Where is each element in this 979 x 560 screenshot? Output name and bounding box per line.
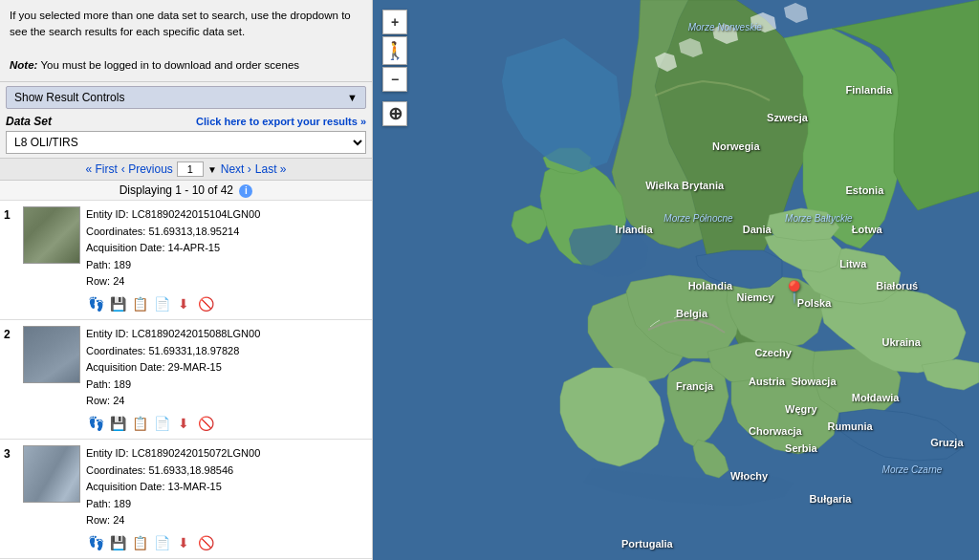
show-result-controls-label: Show Result Controls [14,91,124,104]
result-thumbnail-1[interactable] [23,206,80,264]
left-panel: If you selected more than one data set t… [0,0,373,560]
result-info-1: Entity ID: LC81890242015104LGN00 Coordin… [86,206,368,313]
footprint-btn-1[interactable]: 👣 [86,294,105,313]
prev-page-link[interactable]: ‹ Previous [121,162,173,176]
save-btn-2[interactable]: 💾 [108,414,127,433]
map-svg [373,0,979,560]
coordinates-1: Coordinates: 51.69313,18.95214 [86,224,368,241]
show-result-controls-bar[interactable]: Show Result Controls ▼ [6,86,366,109]
entity-id-1: Entity ID: LC81890242015104LGN00 [86,206,368,224]
result-info-3: Entity ID: LC81890242015072LGN00 Coordin… [86,445,368,552]
exclude-btn-2[interactable]: 🚫 [196,414,215,433]
info-description: If you selected more than one data set t… [10,10,351,37]
coordinates-2: Coordinates: 51.69331,18.97828 [86,343,368,360]
results-list: 1 Entity ID: LC81890242015104LGN00 Coord… [0,201,372,560]
row-2: Row: 24 [86,393,368,410]
result-number-2: 2 [4,326,17,341]
dataset-label-row: Data Set Click here to export your resul… [0,113,372,128]
metadata-btn-3[interactable]: 📄 [152,533,171,552]
exclude-btn-1[interactable]: 🚫 [196,294,215,313]
page-input[interactable] [177,162,204,177]
next-page-link[interactable]: Next › [221,162,251,176]
action-icons-2: 👣 💾 📋 📄 ⬇ 🚫 [86,414,368,433]
row-1: Row: 24 [86,273,368,291]
result-number-1: 1 [4,206,17,222]
result-number-3: 3 [4,445,17,461]
display-count-text: Displaying 1 - 10 of 42 [120,183,233,197]
navigate-button[interactable]: ⊕ [382,101,407,126]
table-row: 1 Entity ID: LC81890242015104LGN00 Coord… [0,201,372,320]
zoom-out-button[interactable]: − [382,67,407,92]
download-btn-3[interactable]: ⬇ [174,533,193,552]
metadata-btn-1[interactable]: 📄 [152,294,171,313]
exclude-btn-3[interactable]: 🚫 [196,533,215,552]
note-text: You must be logged in to download and or… [40,59,299,71]
path-2: Path: 189 [86,377,368,394]
metadata-btn-2[interactable]: 📄 [152,414,171,433]
zoom-in-button[interactable]: + [382,10,407,34]
bulk-btn-3[interactable]: 📋 [130,533,149,552]
save-btn-1[interactable]: 💾 [108,294,127,313]
entity-id-2: Entity ID: LC81890242015088LGN00 [86,326,368,343]
download-btn-1[interactable]: ⬇ [174,294,193,313]
footprint-btn-3[interactable]: 👣 [86,533,105,552]
row-3: Row: 24 [86,512,368,529]
first-page-link[interactable]: « First [86,162,118,176]
table-row: 2 Entity ID: LC81890242015088LGN00 Coord… [0,320,372,440]
path-1: Path: 189 [86,257,368,274]
bulk-btn-2[interactable]: 📋 [130,414,149,433]
save-btn-3[interactable]: 💾 [108,533,127,552]
dataset-select-wrap: L8 OLI/TIRS [6,131,366,154]
pegman-button[interactable]: 🚶 [382,36,407,65]
display-count: Displaying 1 - 10 of 42 i [0,181,372,201]
acq-date-2: Acquisition Date: 29-MAR-15 [86,359,368,377]
action-icons-3: 👣 💾 📋 📄 ⬇ 🚫 [86,533,368,552]
acq-date-1: Acquisition Date: 14-APR-15 [86,240,368,257]
show-result-controls-arrow: ▼ [347,92,358,103]
last-page-link[interactable]: Last » [255,162,287,176]
map-controls: + 🚶 − ⊕ [382,10,407,126]
action-icons-1: 👣 💾 📋 📄 ⬇ 🚫 [86,294,368,313]
result-thumbnail-3[interactable] [23,445,80,503]
footprint-btn-2[interactable]: 👣 [86,414,105,433]
page-dropdown-arrow[interactable]: ▼ [207,164,217,175]
dataset-label: Data Set [6,115,52,128]
table-row: 3 Entity ID: LC81890242015072LGN00 Coord… [0,440,372,559]
info-box: If you selected more than one data set t… [0,0,372,82]
entity-id-3: Entity ID: LC81890242015072LGN00 [86,445,368,463]
result-info-2: Entity ID: LC81890242015088LGN00 Coordin… [86,326,368,433]
path-3: Path: 189 [86,496,368,513]
acq-date-3: Acquisition Date: 13-MAR-15 [86,479,368,496]
note-label: Note: [10,59,37,71]
result-thumbnail-2[interactable] [23,326,80,383]
dataset-select[interactable]: L8 OLI/TIRS [6,131,366,154]
download-btn-2[interactable]: ⬇ [174,414,193,433]
map-panel[interactable]: Morze NorweskieSzwecjaFinlandiaNorwegiaE… [373,0,979,560]
display-count-info-icon[interactable]: i [239,184,252,198]
coordinates-3: Coordinates: 51.6933,18.98546 [86,463,368,480]
export-link[interactable]: Click here to export your results » [196,116,366,127]
pagination-bar: « First ‹ Previous ▼ Next › Last » [0,158,372,181]
bulk-btn-1[interactable]: 📋 [130,294,149,313]
